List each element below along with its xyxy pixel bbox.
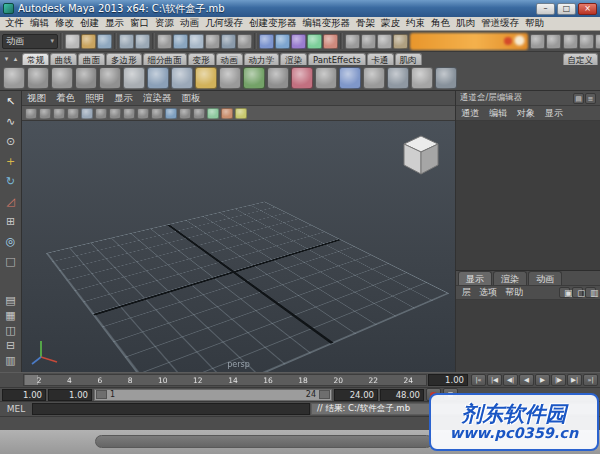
panel-menu-item[interactable]: 照明: [80, 92, 109, 105]
pencil-curve-icon[interactable]: [51, 67, 73, 89]
panel-menu-item[interactable]: 着色: [51, 92, 80, 105]
open-scene-icon[interactable]: [81, 34, 96, 49]
shelf-tab[interactable]: 细分曲面: [143, 53, 187, 65]
shelf-tab[interactable]: 多边形: [106, 53, 142, 65]
soccer-ball-icon[interactable]: [363, 67, 385, 89]
title-bar[interactable]: Autodesk Maya 2013 x64: C:\软件盒子.mb –□×: [0, 0, 600, 17]
lock-camera-icon[interactable]: [39, 108, 51, 119]
pyramid-icon[interactable]: [291, 67, 313, 89]
shelf-tab[interactable]: 曲线: [50, 53, 77, 65]
snap-to-point-icon[interactable]: [291, 34, 306, 49]
select-camera-icon[interactable]: [25, 108, 37, 119]
channel-box-menu-item[interactable]: 显示: [540, 107, 568, 120]
field-chart-icon[interactable]: [165, 108, 177, 119]
animation-start-field[interactable]: 1.00: [2, 389, 46, 401]
channel-box-tab-icon[interactable]: ▤: [573, 93, 584, 104]
select-rays-icon[interactable]: [237, 34, 252, 49]
render-icon[interactable]: [393, 34, 408, 49]
menu-item[interactable]: 管道缓存: [478, 17, 522, 30]
shelf-item-menu-icon[interactable]: ▴: [11, 54, 20, 65]
paint-select-tool-icon[interactable]: ⊙: [2, 133, 20, 151]
make-live-icon[interactable]: [323, 34, 338, 49]
select-tool-icon[interactable]: ↖: [2, 93, 20, 111]
cv-curve-icon[interactable]: [3, 67, 25, 89]
universal-manipulator-icon[interactable]: ⊞: [2, 213, 20, 231]
scale-tool-icon[interactable]: ◿: [2, 193, 20, 211]
bookmarks-icon[interactable]: [67, 108, 79, 119]
menu-item[interactable]: 文件: [2, 17, 27, 30]
panel-menu-item[interactable]: 视图: [22, 92, 51, 105]
menu-item[interactable]: 骨架: [353, 17, 378, 30]
menu-item[interactable]: 窗口: [127, 17, 152, 30]
render-settings-icon[interactable]: [546, 34, 561, 49]
two-d-pan-zoom-icon[interactable]: [95, 108, 107, 119]
grease-pencil-icon[interactable]: [109, 108, 121, 119]
textured-icon[interactable]: [235, 108, 247, 119]
cube-icon[interactable]: [147, 67, 169, 89]
current-time-field[interactable]: 1.00: [428, 374, 468, 386]
construction-plane-icon[interactable]: [435, 67, 457, 89]
camera-attributes-icon[interactable]: [53, 108, 65, 119]
snap-to-curve-icon[interactable]: [275, 34, 290, 49]
channel-box-list[interactable]: [456, 121, 600, 271]
playback-end-field[interactable]: 24.00: [334, 389, 378, 401]
menu-item[interactable]: 创建: [77, 17, 102, 30]
show-manipulator-icon[interactable]: ◎: [2, 233, 20, 251]
menu-item[interactable]: 编辑: [27, 17, 52, 30]
mel-command-input[interactable]: [32, 403, 310, 415]
playback-start-field[interactable]: 1.00: [48, 389, 92, 401]
input-connections-icon[interactable]: [345, 34, 360, 49]
layout-single-pane-icon[interactable]: ▤: [2, 294, 20, 308]
panel-menu-item[interactable]: 面板: [177, 92, 206, 105]
panel-menu-item[interactable]: 渲染器: [138, 92, 177, 105]
move-tool-icon[interactable]: +: [2, 153, 20, 171]
shelf-tab[interactable]: 动力学: [244, 53, 280, 65]
select-mask-icon[interactable]: [205, 34, 220, 49]
construction-history-icon[interactable]: [377, 34, 392, 49]
range-end-handle[interactable]: [319, 390, 330, 399]
layer-editor-tab[interactable]: 动画: [528, 271, 562, 285]
cylinder-icon[interactable]: [171, 67, 193, 89]
channel-box-menu-item[interactable]: 通道: [456, 107, 484, 120]
view-cube[interactable]: [399, 133, 443, 179]
gate-mask-icon[interactable]: [151, 108, 163, 119]
show-channel-box-icon[interactable]: [595, 34, 600, 49]
show-tool-settings-icon[interactable]: [579, 34, 594, 49]
save-scene-icon[interactable]: [97, 34, 112, 49]
shelf-tab[interactable]: 动画: [216, 53, 243, 65]
layer-editor-tab[interactable]: 显示: [458, 271, 492, 285]
shelf-tab[interactable]: PantEffects: [308, 53, 366, 65]
menu-item[interactable]: 角色: [428, 17, 453, 30]
go-to-end-button[interactable]: »|: [583, 374, 598, 386]
pipe-icon[interactable]: [315, 67, 337, 89]
maximize-button[interactable]: □: [557, 3, 576, 15]
cone-icon[interactable]: [195, 67, 217, 89]
animation-end-field[interactable]: 48.00: [380, 389, 424, 401]
menu-item[interactable]: 动画: [177, 17, 202, 30]
layer-menu-item[interactable]: 帮助: [501, 286, 527, 299]
go-to-start-button[interactable]: |«: [471, 374, 486, 386]
layout-four-pane-icon[interactable]: ▦: [2, 309, 20, 323]
ep-curve-icon[interactable]: [27, 67, 49, 89]
step-back-key-button[interactable]: ◀|: [503, 374, 518, 386]
text-tool-icon[interactable]: [411, 67, 433, 89]
select-component-icon[interactable]: [189, 34, 204, 49]
image-plane-icon[interactable]: [81, 108, 93, 119]
play-backwards-button[interactable]: ◀: [519, 374, 534, 386]
torus-icon[interactable]: [243, 67, 265, 89]
menu-item[interactable]: 蒙皮: [378, 17, 403, 30]
menu-item[interactable]: 帮助: [522, 17, 547, 30]
close-button[interactable]: ×: [578, 3, 597, 15]
new-layer-from-selected-icon[interactable]: ▢: [572, 287, 583, 298]
shaded-icon[interactable]: [221, 108, 233, 119]
three-point-arc-icon[interactable]: [75, 67, 97, 89]
shelf-tab[interactable]: 渲染: [280, 53, 307, 65]
channel-box-menu-item[interactable]: 编辑: [484, 107, 512, 120]
two-point-arc-icon[interactable]: [99, 67, 121, 89]
new-scene-icon[interactable]: [65, 34, 80, 49]
menu-item[interactable]: 显示: [102, 17, 127, 30]
menu-item[interactable]: 约束: [403, 17, 428, 30]
undo-icon[interactable]: [119, 34, 134, 49]
highlight-selection-icon[interactable]: [221, 34, 236, 49]
output-connections-icon[interactable]: [361, 34, 376, 49]
